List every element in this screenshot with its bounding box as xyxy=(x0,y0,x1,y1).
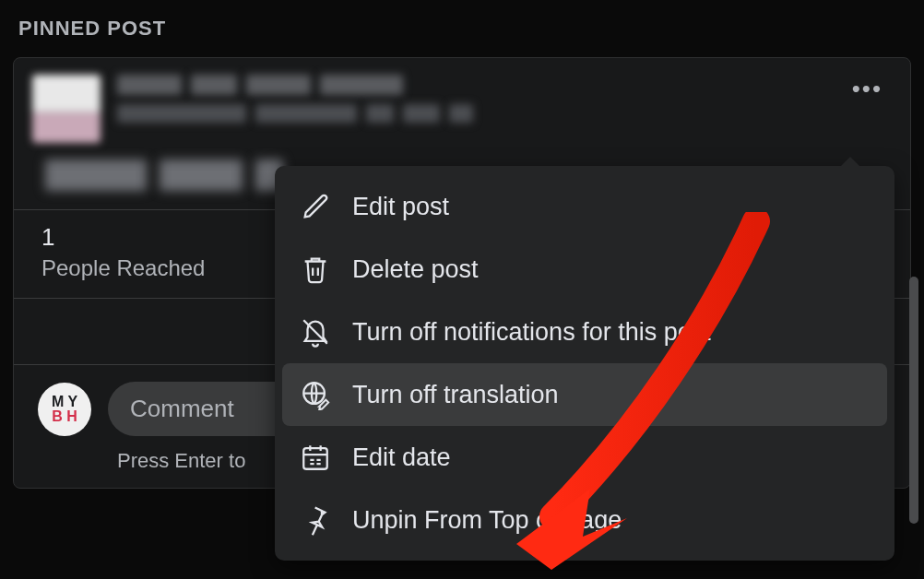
menu-label: Turn off translation xyxy=(352,381,559,409)
menu-item-notifications-off[interactable]: Turn off notifications for this post xyxy=(282,301,887,363)
menu-item-edit-post[interactable]: Edit post xyxy=(282,175,887,238)
post-options-menu: Edit post Delete post Turn off notificat… xyxy=(275,166,894,561)
avatar-text-line2: B H xyxy=(52,409,77,424)
menu-label: Edit date xyxy=(352,443,451,472)
menu-label: Edit post xyxy=(352,193,449,221)
post-header: ••• xyxy=(14,58,910,154)
menu-item-unpin[interactable]: Unpin From Top of Page xyxy=(282,489,887,551)
menu-label: Unpin From Top of Page xyxy=(352,506,622,535)
scrollbar[interactable] xyxy=(909,277,918,524)
comment-avatar[interactable]: M Y B H xyxy=(38,383,91,436)
menu-label: Turn off notifications for this post xyxy=(352,318,711,347)
post-meta xyxy=(117,75,892,132)
calendar-icon xyxy=(299,441,332,474)
post-avatar[interactable] xyxy=(32,75,101,143)
svg-rect-1 xyxy=(303,448,327,469)
avatar-text-line1: M Y xyxy=(52,395,77,409)
menu-item-edit-date[interactable]: Edit date xyxy=(282,426,887,489)
menu-item-delete-post[interactable]: Delete post xyxy=(282,238,887,301)
more-options-button[interactable]: ••• xyxy=(852,84,883,93)
bell-slash-icon xyxy=(299,315,332,349)
globe-pencil-icon xyxy=(299,378,332,411)
pencil-icon xyxy=(299,190,332,223)
menu-label: Delete post xyxy=(352,255,479,284)
trash-icon xyxy=(299,253,332,286)
section-header: PINNED POST xyxy=(0,0,924,48)
pin-icon xyxy=(299,503,332,537)
menu-item-translations-off[interactable]: Turn off translation xyxy=(282,363,887,426)
